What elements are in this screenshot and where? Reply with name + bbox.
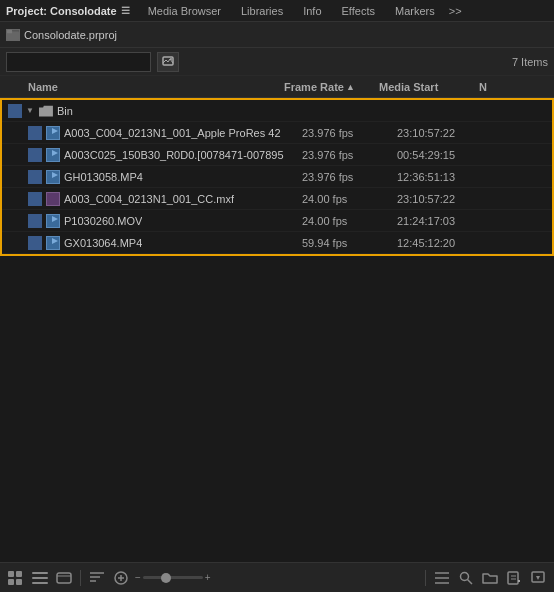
row-checkbox[interactable] <box>28 214 42 228</box>
row-checkbox[interactable] <box>28 192 42 206</box>
freeform-view-button[interactable] <box>54 568 74 588</box>
table-row[interactable]: A003_C004_0213N1_001_CC.mxf 24.00 fps 23… <box>2 188 552 210</box>
row-checkbox[interactable] <box>28 148 42 162</box>
toolbar-separator-2 <box>425 570 426 586</box>
row-media-start: 23:10:57:22 <box>397 127 497 139</box>
file-name: GH013058.MP4 <box>64 171 143 183</box>
table-row[interactable]: P1030260.MOV 24.00 fps 21:24:17:03 <box>2 210 552 232</box>
menu-icon[interactable]: ☰ <box>121 5 130 16</box>
list-view-icon <box>8 571 24 585</box>
empty-area <box>0 256 554 592</box>
row-media-start: 00:54:29:15 <box>397 149 497 161</box>
settings-icon <box>434 571 450 585</box>
file-name: A003_C004_0213N1_001_CC.mxf <box>64 193 234 205</box>
column-headers: Name Frame Rate ▲ Media Start N <box>0 76 554 98</box>
svg-marker-30 <box>536 576 540 580</box>
freeform-icon <box>56 571 72 585</box>
col-header-media-start: Media Start <box>379 81 479 93</box>
row-media-start: 12:36:51:13 <box>397 171 497 183</box>
list-view-button[interactable] <box>6 568 26 588</box>
tab-libraries[interactable]: Libraries <box>231 0 293 21</box>
row-checkbox[interactable] <box>28 126 42 140</box>
svg-rect-9 <box>32 577 48 579</box>
panel-menu-button[interactable] <box>528 568 548 588</box>
project-title: Project: Consolodate ☰ <box>6 5 130 17</box>
icon-view-button[interactable] <box>30 568 50 588</box>
col-header-frame-rate[interactable]: Frame Rate ▲ <box>284 81 379 93</box>
svg-point-22 <box>461 572 469 580</box>
project-file-icon <box>6 29 20 41</box>
col-header-n: N <box>479 81 487 93</box>
row-name-cell: GH013058.MP4 <box>46 170 302 184</box>
svg-point-3 <box>170 58 172 60</box>
tab-media-browser[interactable]: Media Browser <box>138 0 231 21</box>
row-frame-rate: 23.976 fps <box>302 171 397 183</box>
row-frame-rate: 23.976 fps <box>302 149 397 161</box>
svg-line-23 <box>468 579 473 584</box>
row-media-start: 21:24:17:03 <box>397 215 497 227</box>
table-row[interactable]: GH013058.MP4 23.976 fps 12:36:51:13 <box>2 166 552 188</box>
project-file-name: Consolodate.prproj <box>24 29 117 41</box>
table-row[interactable]: ▼ Bin <box>2 100 552 122</box>
new-item-button[interactable] <box>504 568 524 588</box>
new-item-icon <box>507 571 521 585</box>
svg-rect-10 <box>32 582 48 584</box>
sort-icon <box>89 571 105 585</box>
tab-overflow-button[interactable]: >> <box>449 5 462 17</box>
expand-icon[interactable]: ▼ <box>26 106 34 115</box>
video-file-icon <box>46 236 60 250</box>
video-file-icon <box>46 170 60 184</box>
row-name-cell: P1030260.MOV <box>46 214 302 228</box>
panel-menu-icon <box>531 571 545 585</box>
image-icon <box>162 56 174 68</box>
row-checkbox[interactable] <box>8 104 22 118</box>
tab-markers[interactable]: Markers <box>385 0 445 21</box>
svg-rect-8 <box>32 572 48 574</box>
folder-button[interactable] <box>480 568 500 588</box>
zoom-slider-thumb[interactable] <box>161 573 171 583</box>
sub-header: Consolodate.prproj <box>0 22 554 48</box>
zoom-min-icon: − <box>135 572 141 583</box>
file-name: A003C025_150B30_R0D0.[0078471-007895 <box>64 149 284 161</box>
row-frame-rate: 24.00 fps <box>302 215 397 227</box>
mxf-file-icon <box>46 192 60 206</box>
icon-view-icon <box>32 571 48 585</box>
video-file-icon <box>46 148 60 162</box>
file-list: ▼ Bin A003_C004_0213N1_001_Apple ProRes … <box>0 98 554 256</box>
svg-rect-5 <box>16 571 22 577</box>
video-file-icon <box>46 214 60 228</box>
svg-rect-1 <box>7 29 12 32</box>
row-frame-rate: 23.976 fps <box>302 127 397 139</box>
search-input[interactable] <box>6 52 151 72</box>
folder-icon <box>39 105 53 117</box>
settings-menu-button[interactable] <box>432 568 452 588</box>
svg-rect-7 <box>16 579 22 585</box>
file-name: Bin <box>57 105 73 117</box>
row-frame-rate: 59.94 fps <box>302 237 397 249</box>
sort-arrow-icon: ▲ <box>346 82 355 92</box>
row-name-cell: A003_C004_0213N1_001_Apple ProRes 42 <box>46 126 302 140</box>
tab-bar: Project: Consolodate ☰ Media Browser Lib… <box>0 0 554 22</box>
row-checkbox[interactable] <box>28 170 42 184</box>
table-row[interactable]: GX013064.MP4 59.94 fps 12:45:12:20 <box>2 232 552 254</box>
row-checkbox[interactable] <box>28 236 42 250</box>
search-button[interactable] <box>456 568 476 588</box>
table-row[interactable]: A003_C004_0213N1_001_Apple ProRes 42 23.… <box>2 122 552 144</box>
toolbar-right <box>423 568 548 588</box>
automate-to-sequence-button[interactable] <box>111 568 131 588</box>
svg-rect-24 <box>508 572 518 584</box>
table-row[interactable]: A003C025_150B30_R0D0.[0078471-007895 23.… <box>2 144 552 166</box>
search-bar: 7 Items <box>0 48 554 76</box>
project-title-text: Project: Consolodate <box>6 5 117 17</box>
tab-effects[interactable]: Effects <box>332 0 385 21</box>
zoom-slider[interactable] <box>143 576 203 579</box>
sort-order-button[interactable] <box>87 568 107 588</box>
video-file-icon <box>46 126 60 140</box>
search-icon <box>459 571 473 585</box>
row-media-start: 23:10:57:22 <box>397 193 497 205</box>
row-media-start: 12:45:12:20 <box>397 237 497 249</box>
row-frame-rate: 24.00 fps <box>302 193 397 205</box>
search-icon-button[interactable] <box>157 52 179 72</box>
row-name-cell: ▼ Bin <box>26 105 282 117</box>
tab-info[interactable]: Info <box>293 0 331 21</box>
